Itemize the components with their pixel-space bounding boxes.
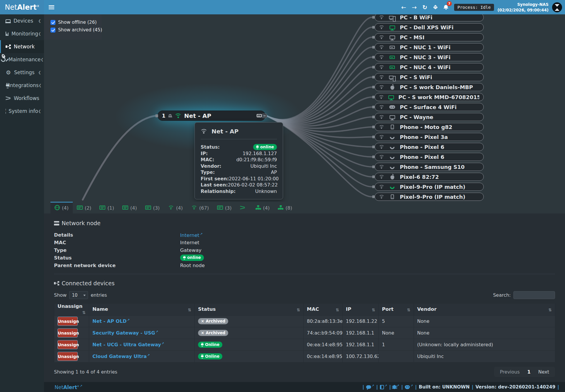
node-type-tab[interactable]: (3) <box>141 202 164 213</box>
node-type-tab[interactable]: (8) <box>274 202 296 213</box>
device-pill[interactable]: PC - NUC 3 - WiFi <box>375 53 484 61</box>
node-type-tab[interactable]: (4) <box>118 202 141 213</box>
device-name-link[interactable]: Net - UCG - Ultra Gateway <box>92 342 164 348</box>
device-pill[interactable]: PC - Dell XPS WiFi <box>375 23 484 31</box>
notifications-button[interactable]: 7 <box>441 0 451 14</box>
device-pill[interactable]: PC - Wayne <box>375 113 484 121</box>
unassign-button[interactable]: Unassign <box>57 317 78 326</box>
device-pill[interactable]: Pixel-6 82:72 <box>375 173 484 181</box>
node-type-tab[interactable]: (4) <box>251 202 274 213</box>
device-pill[interactable]: Pixel-9-Pro (IP match) <box>375 193 484 201</box>
nav-back-button[interactable] <box>398 0 409 14</box>
device-glyph <box>390 56 395 59</box>
node-type-tab[interactable] <box>236 202 251 213</box>
tab-count: (4) <box>176 205 183 211</box>
page-size-select[interactable]: 10 <box>69 291 88 299</box>
device-pill[interactable]: PC - NUC 4 - WiFi <box>375 63 484 71</box>
device-pill[interactable]: PC - S work MMD-67082015... <box>375 93 484 101</box>
entries-label: entries <box>91 292 107 298</box>
node-type-tab[interactable]: (2) <box>73 202 96 213</box>
sidebar-item[interactable]: Devices <box>0 14 44 27</box>
device-pill[interactable]: PC - NUC 1 - WiFi <box>375 43 484 51</box>
sort-icon[interactable] <box>188 307 191 313</box>
nav-forward-button[interactable] <box>409 0 419 14</box>
selected-network-node[interactable]: 1 Net - AP − <box>158 111 265 121</box>
node-label: Net - AP <box>184 112 254 119</box>
column-header[interactable]: Name <box>89 303 195 315</box>
column-header[interactable]: Unassign <box>54 303 89 315</box>
sidebar-item[interactable]: Monitoring <box>0 27 44 40</box>
network-graph[interactable]: Show offline (26) Show archived (45) 1 N… <box>44 14 565 202</box>
show-offline-filter[interactable]: Show offline (26) <box>50 18 102 26</box>
app-logo[interactable]: NetAlertx <box>0 0 44 14</box>
unassign-button[interactable]: Unassign <box>57 340 78 349</box>
device-pill[interactable]: Phone - Samsung S10 <box>375 163 484 171</box>
column-header[interactable]: MAC <box>304 303 343 315</box>
device-pill[interactable]: Pixel-9-Pro (IP match) <box>375 183 484 191</box>
sidebar-item[interactable]: Settings <box>0 66 44 79</box>
next-page-button[interactable]: Next <box>538 369 549 375</box>
device-pill[interactable]: PC - B WiFi <box>375 14 484 21</box>
sidebar-item[interactable]: Network <box>0 40 44 53</box>
sidebar-toggle-button[interactable] <box>44 0 59 14</box>
tab-icon <box>122 205 128 211</box>
footer-link-group: | <box>389 384 399 390</box>
sidebar-item[interactable]: Maintenance <box>0 53 44 66</box>
sidebar-item[interactable]: Workflows <box>0 92 44 105</box>
sort-icon[interactable] <box>407 307 410 313</box>
column-header[interactable]: Port <box>379 303 414 315</box>
device-pill[interactable]: PC - MSI <box>375 33 484 41</box>
device-type-icon <box>386 184 398 189</box>
device-name-link[interactable]: Cloud Gateway Ultra <box>92 354 150 359</box>
footer-link[interactable] <box>393 384 399 390</box>
sort-icon[interactable] <box>82 310 86 315</box>
sort-icon[interactable] <box>548 307 552 313</box>
device-pill[interactable]: PC - S work Daniels-MBP <box>375 83 484 91</box>
device-glyph <box>390 115 395 119</box>
footer-brand-link[interactable]: NetAlertx <box>55 384 82 390</box>
sidebar-item-label: Integrations <box>9 82 39 88</box>
unassign-button[interactable]: Unassign <box>57 328 78 337</box>
user-avatar[interactable] <box>552 2 562 12</box>
node-type-tab[interactable]: (1) <box>95 202 118 213</box>
sort-icon[interactable] <box>336 307 339 313</box>
footer-link[interactable] <box>366 384 374 390</box>
node-type-tab[interactable]: (67) <box>187 202 213 213</box>
column-header[interactable]: IP <box>343 303 379 315</box>
device-pill[interactable]: Phone - Moto g82 <box>375 123 484 131</box>
show-offline-checkbox[interactable] <box>50 20 55 25</box>
device-name-link[interactable]: Security Gateway - USG <box>92 330 158 336</box>
sidebar-item[interactable]: System info <box>0 105 44 118</box>
node-type-tab[interactable]: (3) <box>213 202 236 213</box>
sort-icon[interactable] <box>297 307 300 313</box>
device-name-link[interactable]: Net - AP OLD <box>92 319 130 324</box>
device-pill[interactable]: Phone - Pixel 3a <box>375 133 484 141</box>
tab-count: (4) <box>263 205 270 211</box>
device-pill[interactable]: Phone - Pixel 6 <box>375 153 484 161</box>
show-archived-checkbox[interactable] <box>50 28 55 33</box>
collapse-node-button[interactable]: − <box>262 113 267 118</box>
device-pill[interactable]: PC - S WiFi <box>375 73 484 81</box>
tab-glyph <box>217 206 223 210</box>
show-archived-filter[interactable]: Show archived (45) <box>50 26 102 34</box>
sort-icon[interactable] <box>372 307 375 313</box>
device-pill[interactable]: Phone - Pixel 6 <box>375 143 484 151</box>
search-input[interactable] <box>513 291 555 299</box>
column-header[interactable]: Vendor <box>414 303 555 315</box>
tab-glyph <box>168 206 174 210</box>
device-pill[interactable]: PC - Surface 4 WiFi <box>375 103 484 111</box>
footer-link[interactable] <box>405 384 413 390</box>
previous-page-button[interactable]: Previous <box>500 369 520 375</box>
page-number-button[interactable]: 1 <box>527 369 531 375</box>
sidebar-item-label: Devices <box>13 18 38 24</box>
refresh-button[interactable] <box>419 0 430 14</box>
unassign-button[interactable]: Unassign <box>57 352 78 361</box>
internet-details-link[interactable]: Internet <box>180 232 203 238</box>
node-type-tab[interactable]: (4) <box>164 202 187 213</box>
node-type-tab[interactable]: (4) <box>50 202 73 213</box>
fullscreen-button[interactable] <box>430 0 441 14</box>
column-header[interactable]: Status <box>195 303 304 315</box>
sidebar-item[interactable]: Integrations <box>0 79 44 92</box>
footer-link[interactable] <box>380 384 387 390</box>
port-cell: None <box>379 327 414 339</box>
